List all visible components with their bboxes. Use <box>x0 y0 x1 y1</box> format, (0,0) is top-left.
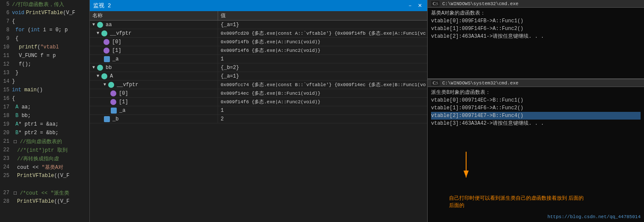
watch-col-name: 名称 <box>90 11 218 20</box>
code-line-10: 10 printf("vtabl <box>0 43 89 51</box>
watch-row-bb-a[interactable]: _a 1 int <box>90 106 427 115</box>
cmd-bottom-icon: C:\ <box>431 80 440 86</box>
cmd-top-line-1: 基类A对象的虚函数表： <box>431 9 641 17</box>
code-panel: 5 //打印虚函数表，传入 6 void PrintVFTable(V_F 7 … <box>0 0 90 222</box>
url-text: https://blog.csdn.net/qq_44785014 <box>547 214 641 219</box>
watch-minimize-button[interactable]: － <box>406 2 414 10</box>
cmd-top-line-4: vtable[2]:463A3A41->请按任意键继续. . . <box>431 33 641 40</box>
code-line-15: 15 int main() <box>0 86 89 94</box>
code-line-22: 22 //*(int*)ptr 取到 <box>0 146 89 154</box>
watch-value-aa-a: 1 <box>218 55 427 63</box>
bb-a-icon <box>111 108 117 114</box>
expand-icon-bb-vfptr[interactable]: ▼ <box>103 82 106 87</box>
watch-name-aa-1: [1] <box>90 46 218 54</box>
aa-vfptr-icon <box>101 30 107 36</box>
watch-name-bb-A: ▼ A <box>90 72 218 80</box>
code-line-11: 11 V_FUNC f = p <box>0 51 89 60</box>
watch-row-aa-vfptr-0[interactable]: [0] 0x009f14fb {多态.exe|A::Func1(void)} v… <box>90 38 427 46</box>
bb-0-icon <box>110 90 116 96</box>
watch-row-bb-vfptr-1[interactable]: [1] 0x009f14f6 {多态.exe|A::Func2(void)} v… <box>90 98 427 106</box>
watch-row-aa-vfptr-1[interactable]: [1] 0x009f14f6 {多态.exe|A::Func2(void)} v… <box>90 46 427 55</box>
watch-name-bb-vfptr: ▼ __vfptr <box>90 81 218 89</box>
bb-A-icon <box>101 73 107 79</box>
expand-icon-aa[interactable]: ▼ <box>92 22 95 27</box>
watch-row-bb-A[interactable]: ▼ A {_a=1} A <box>90 72 427 81</box>
watch-value-bb-0: 0x009f14ec {多态.exe|B::Func1(void)} <box>218 89 427 97</box>
watch-name-bb-0: [0] <box>90 89 218 97</box>
watch-value-bb-vfptr: 0x009fcc74 {多态.exe|const B::`vftable'} {… <box>218 81 427 89</box>
watch-value-aa: {_a=1} <box>218 21 427 29</box>
aa-icon <box>97 22 103 28</box>
watch-value-bb-b: 2 <box>218 115 427 123</box>
watch-column-headers: 名称 值 类型 <box>90 11 427 21</box>
code-line-18: 18 B bb; <box>0 111 89 120</box>
code-line-25: 25 PrintVFTable((V_F <box>0 171 89 180</box>
code-line-21: 21 □ //指向虚函数表的 <box>0 137 89 146</box>
watch-panel: 监视 2 － ✕ 名称 值 类型 ▼ aa {_a=1} A ▼ __vfptr <box>90 0 428 222</box>
watch-name-aa-a: _a <box>90 55 218 63</box>
bb-b-icon <box>104 116 110 122</box>
watch-row-bb-b[interactable]: _b 2 int <box>90 115 427 123</box>
watch-name-bb-1: [1] <box>90 98 218 106</box>
code-line-8: 8 for (int i = 0; p <box>0 26 89 34</box>
watch-row-aa[interactable]: ▼ aa {_a=1} A <box>90 21 427 29</box>
watch-row-bb-vfptr-0[interactable]: [0] 0x009f14ec {多态.exe|B::Func1(void)} v… <box>90 89 427 98</box>
watch-col-value: 值 <box>218 11 432 20</box>
watch-row-aa-vfptr[interactable]: ▼ __vfptr 0x009fcd20 {多态.exe|const A::`v… <box>90 29 427 38</box>
cmd-panel-bottom: C:\ C:\WINDOWS\system32\cmd.exe 派生类B对象的虚… <box>428 79 644 222</box>
watch-row-bb-vfptr[interactable]: ▼ __vfptr 0x009fcc74 {多态.exe|const B::`v… <box>90 81 427 89</box>
annotation-text: 自己打印时便可以看到派生类自己的虚函数接着放到 后面的 后面的 <box>449 195 584 209</box>
watch-value-aa-vfptr: 0x009fcd20 {多态.exe|const A::`vftable'} {… <box>218 29 427 37</box>
cmd-bottom-content: 派生类B对象的虚函数表： vtable[0]:009714EC->B::Func… <box>428 87 644 129</box>
watch-value-aa-1: 0x009f14f6 {多态.exe|A::Func2(void)} <box>218 46 427 54</box>
watch-close-button[interactable]: ✕ <box>416 2 424 10</box>
code-line-20: 20 B* ptr2 = &bb; <box>0 129 89 137</box>
code-line-12: 12 f(); <box>0 60 89 69</box>
watch-table[interactable]: ▼ aa {_a=1} A ▼ __vfptr 0x009fcd20 {多态.e… <box>90 21 427 222</box>
code-line-19: 19 A* ptr1 = &aa; <box>0 120 89 129</box>
watch-value-bb-A: {_a=1} <box>218 72 427 80</box>
cmd-top-line-3: vtable[1]:009F14F6->A::Func2() <box>431 25 641 33</box>
right-panels: C:\ C:\WINDOWS\system32\cmd.exe 基类A对象的虚函… <box>428 0 644 222</box>
watch-name-bb: ▼ bb <box>90 63 218 72</box>
code-line-blank <box>0 180 89 189</box>
cmd-bottom-title-bar: C:\ C:\WINDOWS\system32\cmd.exe <box>428 79 644 87</box>
cmd-top-content: 基类A对象的虚函数表： vtable[0]:009F14FB->A::Func1… <box>428 8 644 42</box>
cmd-bottom-title: C:\WINDOWS\system32\cmd.exe <box>442 81 518 86</box>
code-line-23: 23 //再转换成指向虚 <box>0 154 89 163</box>
watch-name-aa-0: [0] <box>90 38 218 46</box>
cmd-top-title: C:\WINDOWS\system32\cmd.exe <box>442 1 518 6</box>
code-line-17: 17 A aa; <box>0 103 89 111</box>
bb-1-icon <box>110 99 116 105</box>
bb-icon <box>97 65 103 71</box>
arrow-svg <box>453 152 479 182</box>
watch-name-bb-b: _b <box>90 115 218 123</box>
aa-0-icon <box>103 39 109 45</box>
cmd-panel-top: C:\ C:\WINDOWS\system32\cmd.exe 基类A对象的虚函… <box>428 0 644 79</box>
cmd-top-icon: C:\ <box>431 1 440 6</box>
cmd-bottom-line-1: 派生类B对象的虚函数表： <box>431 89 641 96</box>
cmd-bottom-line-4: vtable[2]:009714E7->B::Func4() <box>431 112 641 120</box>
code-line-28: 28 PrintVFTable((V_F <box>0 197 89 206</box>
code-line-13: 13 } <box>0 69 89 77</box>
code-line-27: 27 □ /*cout << "派生类 <box>0 189 89 197</box>
aa-1-icon <box>103 48 109 54</box>
watch-value-aa-0: 0x009f14fb {多态.exe|A::Func1(void)} <box>218 38 427 46</box>
watch-name-bb-a: _a <box>90 106 218 114</box>
expand-icon-bb[interactable]: ▼ <box>92 65 95 70</box>
arrow-annotation <box>453 152 479 183</box>
code-line-24: 24 cout << "基类A对 <box>0 163 89 171</box>
watch-row-aa-a[interactable]: _a 1 int <box>90 55 427 63</box>
expand-icon-aa-vfptr[interactable]: ▼ <box>97 31 99 36</box>
code-line-9: 9 { <box>0 34 89 43</box>
watch-value-bb-a: 1 <box>218 106 427 114</box>
aa-a-icon <box>104 56 110 62</box>
cmd-bottom-line-5: vtable[3]:463A3A42->请按任意键继续. . . <box>431 120 641 127</box>
expand-icon-bb-A[interactable]: ▼ <box>97 74 99 78</box>
bb-vfptr-icon <box>108 82 114 88</box>
code-line-5: 5 //打印虚函数表，传入 <box>0 0 89 9</box>
watch-row-bb[interactable]: ▼ bb {_b=2} B <box>90 63 427 72</box>
code-line-16: 16 { <box>0 94 89 103</box>
code-line-14: 14 } <box>0 77 89 86</box>
cmd-top-line-2: vtable[0]:009F14FB->A::Func1() <box>431 17 641 25</box>
